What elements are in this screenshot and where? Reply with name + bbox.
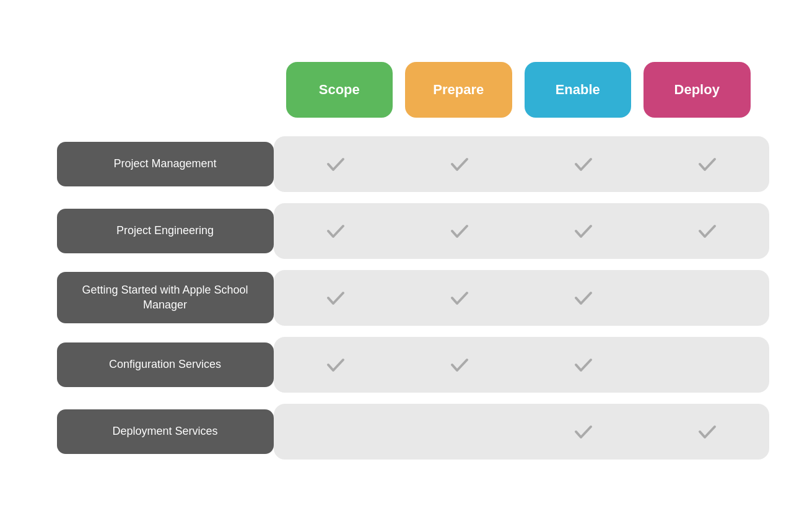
cell-project-management-enable <box>521 136 645 192</box>
data-row-configuration-services: Configuration Services <box>57 337 751 393</box>
data-row-project-management: Project Management <box>57 136 751 192</box>
checkmark-icon <box>448 354 471 376</box>
cell-getting-started-asm-scope <box>274 270 398 326</box>
checkmark-icon <box>572 421 595 443</box>
cell-configuration-services-scope <box>274 337 398 393</box>
checkmark-icon <box>325 354 347 376</box>
checkmark-icon <box>572 220 595 242</box>
phase-enable-badge: Enable <box>525 62 632 118</box>
row-label-wrap-deployment-services: Deployment Services <box>57 409 274 454</box>
checkmark-icon <box>325 287 347 309</box>
cell-project-management-prepare <box>398 136 521 192</box>
row-label-wrap-project-management: Project Management <box>57 142 274 186</box>
cell-deployment-services-prepare <box>398 404 521 460</box>
row-label-wrap-getting-started-asm: Getting Started with Apple School Manage… <box>57 272 274 323</box>
row-cells-project-engineering <box>274 203 769 259</box>
checkmark-icon <box>696 153 718 175</box>
phase-enable-label: Enable <box>556 82 600 98</box>
data-row-project-engineering: Project Engineering <box>57 203 751 259</box>
checkmark-icon <box>448 287 471 309</box>
cell-configuration-services-enable <box>521 337 645 393</box>
cell-deployment-services-enable <box>521 404 645 460</box>
row-cells-project-management <box>274 136 769 192</box>
cell-project-management-scope <box>274 136 398 192</box>
cell-deployment-services-scope <box>274 404 398 460</box>
row-cells-getting-started-asm <box>274 270 769 326</box>
checkmark-icon <box>325 153 347 175</box>
cell-project-engineering-prepare <box>398 203 521 259</box>
cell-deployment-services-deploy <box>645 404 769 460</box>
cell-getting-started-asm-enable <box>521 270 645 326</box>
row-label-project-management: Project Management <box>57 142 274 186</box>
row-label-deployment-services: Deployment Services <box>57 409 274 454</box>
phase-scope-label: Scope <box>319 82 360 98</box>
data-row-getting-started-asm: Getting Started with Apple School Manage… <box>57 270 751 326</box>
row-label-getting-started-asm: Getting Started with Apple School Manage… <box>57 272 274 323</box>
cell-project-engineering-deploy <box>645 203 769 259</box>
phase-scope-badge: Scope <box>286 62 393 118</box>
row-cells-deployment-services <box>274 404 769 460</box>
row-label-wrap-project-engineering: Project Engineering <box>57 209 274 253</box>
checkmark-icon <box>696 220 718 242</box>
row-label-configuration-services: Configuration Services <box>57 342 274 387</box>
phase-prepare-label: Prepare <box>433 82 484 98</box>
checkmark-icon <box>572 354 595 376</box>
checkmark-icon <box>572 153 595 175</box>
phase-deploy-badge: Deploy <box>643 62 751 118</box>
checkmark-icon <box>572 287 595 309</box>
row-label-project-engineering: Project Engineering <box>57 209 274 253</box>
main-container: Scope Prepare Enable Deploy Project Mana… <box>32 43 775 489</box>
phase-deploy-label: Deploy <box>674 82 720 98</box>
cell-project-management-deploy <box>645 136 769 192</box>
cell-project-engineering-enable <box>521 203 645 259</box>
cell-project-engineering-scope <box>274 203 398 259</box>
cell-getting-started-asm-prepare <box>398 270 521 326</box>
cell-configuration-services-deploy <box>645 337 769 393</box>
checkmark-icon <box>448 153 471 175</box>
cell-configuration-services-prepare <box>398 337 521 393</box>
data-row-deployment-services: Deployment Services <box>57 404 751 460</box>
rows-container: Project Management Projec <box>57 136 751 460</box>
checkmark-icon <box>696 421 718 443</box>
row-cells-configuration-services <box>274 337 769 393</box>
row-label-wrap-configuration-services: Configuration Services <box>57 342 274 387</box>
phase-prepare-badge: Prepare <box>405 62 512 118</box>
checkmark-icon <box>448 220 471 242</box>
checkmark-icon <box>325 220 347 242</box>
cell-getting-started-asm-deploy <box>645 270 769 326</box>
header-row: Scope Prepare Enable Deploy <box>286 62 751 118</box>
